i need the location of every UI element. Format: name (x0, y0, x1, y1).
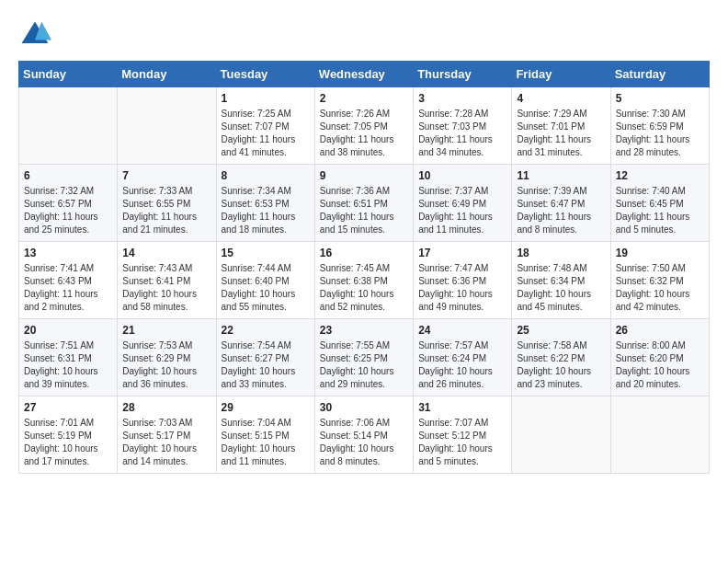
calendar-cell: 17Sunrise: 7:47 AMSunset: 6:36 PMDayligh… (414, 242, 512, 319)
calendar-week-row: 20Sunrise: 7:51 AMSunset: 6:31 PMDayligh… (19, 319, 710, 396)
logo-icon (18, 18, 51, 52)
calendar-cell: 27Sunrise: 7:01 AMSunset: 5:19 PMDayligh… (19, 396, 118, 474)
day-info: Sunrise: 7:43 AMSunset: 6:41 PMDaylight:… (122, 262, 210, 314)
calendar-cell: 10Sunrise: 7:37 AMSunset: 6:49 PMDayligh… (414, 165, 512, 242)
day-info: Sunrise: 7:55 AMSunset: 6:25 PMDaylight:… (320, 339, 408, 391)
calendar-cell: 26Sunrise: 8:00 AMSunset: 6:20 PMDayligh… (610, 319, 709, 396)
calendar-table: SundayMondayTuesdayWednesdayThursdayFrid… (18, 61, 710, 474)
calendar-cell: 19Sunrise: 7:50 AMSunset: 6:32 PMDayligh… (610, 242, 709, 319)
day-number: 1 (222, 92, 310, 105)
day-number: 25 (517, 324, 605, 337)
day-number: 11 (517, 169, 605, 182)
day-number: 20 (24, 324, 112, 337)
day-number: 3 (418, 92, 506, 105)
calendar-cell (19, 87, 118, 165)
day-info: Sunrise: 7:53 AMSunset: 6:29 PMDaylight:… (122, 339, 210, 391)
day-info: Sunrise: 7:29 AMSunset: 7:01 PMDaylight:… (517, 108, 605, 159)
day-number: 2 (320, 92, 408, 105)
day-info: Sunrise: 7:30 AMSunset: 6:59 PMDaylight:… (616, 108, 704, 159)
weekday-header-friday: Friday (512, 62, 610, 87)
day-info: Sunrise: 7:47 AMSunset: 6:36 PMDaylight:… (418, 262, 506, 314)
day-number: 26 (616, 324, 704, 337)
day-number: 17 (418, 247, 506, 259)
day-number: 30 (320, 401, 408, 414)
calendar-cell (118, 87, 216, 165)
day-number: 13 (24, 247, 112, 259)
day-number: 10 (418, 169, 506, 182)
calendar-cell: 7Sunrise: 7:33 AMSunset: 6:55 PMDaylight… (118, 165, 216, 242)
day-info: Sunrise: 7:37 AMSunset: 6:49 PMDaylight:… (418, 185, 506, 236)
calendar-cell (610, 396, 709, 474)
day-info: Sunrise: 7:48 AMSunset: 6:34 PMDaylight:… (517, 262, 605, 314)
day-info: Sunrise: 7:01 AMSunset: 5:19 PMDaylight:… (24, 417, 112, 468)
day-number: 22 (222, 324, 310, 337)
day-number: 5 (616, 92, 704, 105)
calendar-cell: 3Sunrise: 7:28 AMSunset: 7:03 PMDaylight… (414, 87, 512, 165)
calendar-cell: 29Sunrise: 7:04 AMSunset: 5:15 PMDayligh… (216, 396, 314, 474)
calendar-cell: 23Sunrise: 7:55 AMSunset: 6:25 PMDayligh… (314, 319, 413, 396)
calendar-cell: 15Sunrise: 7:44 AMSunset: 6:40 PMDayligh… (216, 242, 314, 319)
day-number: 12 (616, 169, 704, 182)
calendar-week-row: 27Sunrise: 7:01 AMSunset: 5:19 PMDayligh… (19, 396, 710, 474)
day-info: Sunrise: 7:34 AMSunset: 6:53 PMDaylight:… (222, 185, 310, 236)
calendar-cell: 21Sunrise: 7:53 AMSunset: 6:29 PMDayligh… (118, 319, 216, 396)
day-number: 31 (418, 401, 506, 414)
weekday-header-thursday: Thursday (414, 62, 512, 87)
calendar-cell: 9Sunrise: 7:36 AMSunset: 6:51 PMDaylight… (314, 165, 413, 242)
day-info: Sunrise: 7:04 AMSunset: 5:15 PMDaylight:… (222, 417, 310, 468)
calendar-cell: 8Sunrise: 7:34 AMSunset: 6:53 PMDaylight… (216, 165, 314, 242)
day-info: Sunrise: 7:06 AMSunset: 5:14 PMDaylight:… (320, 417, 408, 468)
day-info: Sunrise: 7:36 AMSunset: 6:51 PMDaylight:… (320, 185, 408, 236)
weekday-header-sunday: Sunday (19, 62, 118, 87)
day-number: 28 (122, 401, 210, 414)
calendar-cell: 5Sunrise: 7:30 AMSunset: 6:59 PMDaylight… (610, 87, 709, 165)
logo (18, 18, 55, 52)
day-info: Sunrise: 7:25 AMSunset: 7:07 PMDaylight:… (222, 108, 310, 159)
day-info: Sunrise: 7:39 AMSunset: 6:47 PMDaylight:… (517, 185, 605, 236)
day-info: Sunrise: 7:41 AMSunset: 6:43 PMDaylight:… (24, 262, 112, 314)
day-number: 29 (222, 401, 310, 414)
day-info: Sunrise: 7:03 AMSunset: 5:17 PMDaylight:… (122, 417, 210, 468)
weekday-header-monday: Monday (118, 62, 216, 87)
calendar-week-row: 13Sunrise: 7:41 AMSunset: 6:43 PMDayligh… (19, 242, 710, 319)
calendar-cell: 6Sunrise: 7:32 AMSunset: 6:57 PMDaylight… (19, 165, 118, 242)
calendar-cell: 30Sunrise: 7:06 AMSunset: 5:14 PMDayligh… (314, 396, 413, 474)
calendar-cell: 13Sunrise: 7:41 AMSunset: 6:43 PMDayligh… (19, 242, 118, 319)
day-number: 19 (616, 247, 704, 259)
day-number: 8 (222, 169, 310, 182)
day-info: Sunrise: 7:07 AMSunset: 5:12 PMDaylight:… (418, 417, 506, 468)
day-info: Sunrise: 7:45 AMSunset: 6:38 PMDaylight:… (320, 262, 408, 314)
calendar-cell: 20Sunrise: 7:51 AMSunset: 6:31 PMDayligh… (19, 319, 118, 396)
weekday-header-row: SundayMondayTuesdayWednesdayThursdayFrid… (19, 62, 710, 87)
calendar-week-row: 1Sunrise: 7:25 AMSunset: 7:07 PMDaylight… (19, 87, 710, 165)
day-number: 4 (517, 92, 605, 105)
day-info: Sunrise: 7:33 AMSunset: 6:55 PMDaylight:… (122, 185, 210, 236)
calendar-cell: 2Sunrise: 7:26 AMSunset: 7:05 PMDaylight… (314, 87, 413, 165)
weekday-header-saturday: Saturday (610, 62, 709, 87)
calendar-cell: 12Sunrise: 7:40 AMSunset: 6:45 PMDayligh… (610, 165, 709, 242)
day-info: Sunrise: 7:58 AMSunset: 6:22 PMDaylight:… (517, 339, 605, 391)
calendar-cell (512, 396, 610, 474)
calendar-cell: 16Sunrise: 7:45 AMSunset: 6:38 PMDayligh… (314, 242, 413, 319)
calendar-cell: 25Sunrise: 7:58 AMSunset: 6:22 PMDayligh… (512, 319, 610, 396)
day-number: 24 (418, 324, 506, 337)
day-number: 6 (24, 169, 112, 182)
calendar-cell: 4Sunrise: 7:29 AMSunset: 7:01 PMDaylight… (512, 87, 610, 165)
day-info: Sunrise: 8:00 AMSunset: 6:20 PMDaylight:… (616, 339, 704, 391)
day-info: Sunrise: 7:40 AMSunset: 6:45 PMDaylight:… (616, 185, 704, 236)
weekday-header-wednesday: Wednesday (314, 62, 413, 87)
calendar-cell: 22Sunrise: 7:54 AMSunset: 6:27 PMDayligh… (216, 319, 314, 396)
day-number: 9 (320, 169, 408, 182)
day-number: 15 (222, 247, 310, 259)
day-number: 27 (24, 401, 112, 414)
day-info: Sunrise: 7:32 AMSunset: 6:57 PMDaylight:… (24, 185, 112, 236)
day-number: 21 (122, 324, 210, 337)
day-info: Sunrise: 7:50 AMSunset: 6:32 PMDaylight:… (616, 262, 704, 314)
day-info: Sunrise: 7:57 AMSunset: 6:24 PMDaylight:… (418, 339, 506, 391)
calendar-cell: 11Sunrise: 7:39 AMSunset: 6:47 PMDayligh… (512, 165, 610, 242)
calendar-cell: 28Sunrise: 7:03 AMSunset: 5:17 PMDayligh… (118, 396, 216, 474)
day-number: 18 (517, 247, 605, 259)
calendar-cell: 1Sunrise: 7:25 AMSunset: 7:07 PMDaylight… (216, 87, 314, 165)
calendar-cell: 18Sunrise: 7:48 AMSunset: 6:34 PMDayligh… (512, 242, 610, 319)
calendar-cell: 14Sunrise: 7:43 AMSunset: 6:41 PMDayligh… (118, 242, 216, 319)
